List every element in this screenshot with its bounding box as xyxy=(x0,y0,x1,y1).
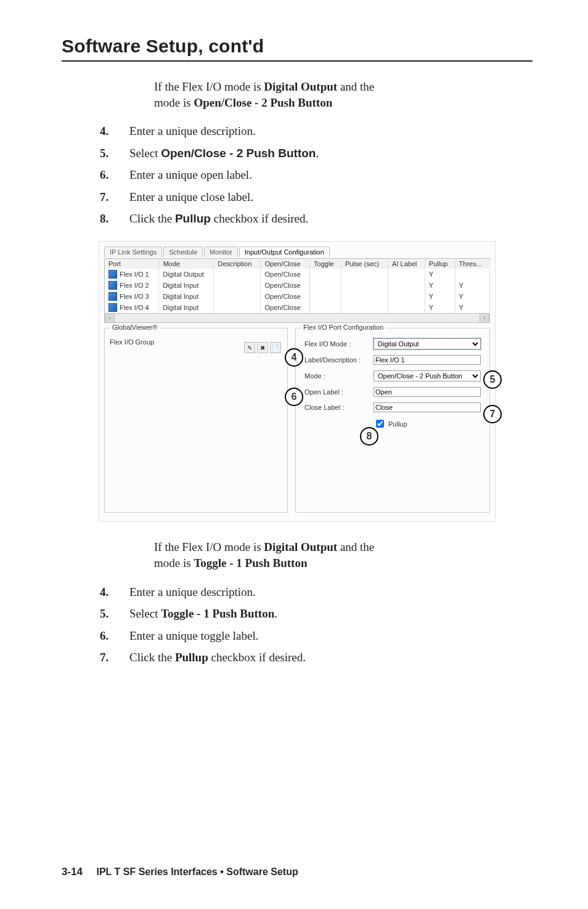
open-label-input[interactable] xyxy=(374,387,481,397)
footer-text: IPL T SF Series Interfaces • Software Se… xyxy=(96,866,298,877)
step-b7-text: Click the Pullup checkbox if desired. xyxy=(129,648,533,666)
port-name: Flex I/O 3 xyxy=(120,293,149,300)
cell-oc: Open/Close xyxy=(261,280,310,291)
port-icon xyxy=(108,292,117,301)
step-b4-number: 4. xyxy=(62,583,129,601)
col-mode[interactable]: Mode xyxy=(159,259,214,269)
open-label-label: Open Label : xyxy=(304,388,374,396)
gv-tool-icon-3[interactable]: 📄 xyxy=(270,342,281,353)
close-label-input[interactable] xyxy=(374,402,481,412)
cell-thres xyxy=(455,269,489,280)
close-label-label: Close Label : xyxy=(304,404,374,411)
col-toggle[interactable]: Toggle xyxy=(310,259,341,269)
cell-mode: Digital Input xyxy=(159,280,214,291)
callout-6: 6 xyxy=(285,388,303,406)
table-row[interactable]: Flex I/O 3 Digital Input Open/Close Y Y xyxy=(105,291,490,302)
port-config-panel: Flex I/O Port Configuration Flex I/O Mod… xyxy=(295,328,490,513)
col-pullup[interactable]: Pullup xyxy=(425,259,455,269)
mode-label: Mode : xyxy=(304,372,374,380)
cell-mode: Digital Input xyxy=(159,291,214,302)
tab-schedule[interactable]: Schedule xyxy=(163,247,203,257)
tab-io-configuration[interactable]: Input/Output Configuration xyxy=(239,247,330,257)
step-b7-number: 7. xyxy=(62,648,129,666)
table-row[interactable]: Flex I/O 2 Digital Input Open/Close Y Y xyxy=(105,280,490,291)
page-number: 3-14 xyxy=(62,866,83,878)
cell-thres: Y xyxy=(455,280,489,291)
mode-select[interactable]: Open/Close - 2 Push Button xyxy=(374,370,481,381)
cell-thres: Y xyxy=(455,302,489,314)
step-a5-suffix: . xyxy=(316,147,319,160)
table-row[interactable]: Flex I/O 1 Digital Output Open/Close Y xyxy=(105,269,490,280)
port-icon xyxy=(108,281,117,290)
section-title: Software Setup, cont'd xyxy=(62,36,533,57)
col-pulse[interactable]: Pulse (sec) xyxy=(341,259,388,269)
flex-io-mode-label: Flex I/O Mode : xyxy=(304,340,374,348)
pullup-checkbox-label: Pullup xyxy=(388,420,407,428)
steps-list-a: 4. Enter a unique description. 5. Select… xyxy=(62,122,533,227)
step-a5-number: 5. xyxy=(62,144,129,162)
step-b6-number: 6. xyxy=(62,627,129,645)
tab-ip-link-settings[interactable]: IP Link Settings xyxy=(104,247,162,257)
port-name: Flex I/O 1 xyxy=(120,271,149,278)
port-icon xyxy=(108,303,117,312)
horizontal-scrollbar[interactable]: ‹ › xyxy=(104,314,490,323)
intro2-bold-mode: Toggle - 1 Push Button xyxy=(194,556,307,569)
step-b7-prefix: Click the xyxy=(129,651,175,664)
tab-monitor[interactable]: Monitor xyxy=(204,247,238,257)
table-row[interactable]: Flex I/O 4 Digital Input Open/Close Y Y xyxy=(105,302,490,314)
callout-8: 8 xyxy=(360,427,378,446)
intro2-line2-a: mode is xyxy=(154,556,194,569)
step-b5: 5. Select Toggle - 1 Push Button. xyxy=(62,605,533,622)
gv-tool-icon-2[interactable]: ✖ xyxy=(257,342,268,353)
col-description[interactable]: Description xyxy=(214,259,261,269)
col-ai-label[interactable]: AI Label xyxy=(388,259,425,269)
step-b7: 7. Click the Pullup checkbox if desired. xyxy=(62,648,533,666)
step-a8-prefix: Click the xyxy=(129,212,175,225)
step-b5-text: Select Toggle - 1 Push Button. xyxy=(129,605,533,622)
flex-io-mode-select[interactable]: Digital Output xyxy=(374,338,481,349)
cell-oc: Open/Close xyxy=(261,269,310,280)
step-a4-number: 4. xyxy=(62,122,129,140)
cell-mode: Digital Input xyxy=(159,302,214,314)
step-a4: 4. Enter a unique description. xyxy=(62,122,533,140)
cell-pullup: Y xyxy=(425,291,455,302)
intro2-part-c: and the xyxy=(337,540,374,553)
intro1-line2-a: mode is xyxy=(154,96,194,109)
step-b5-number: 5. xyxy=(62,605,129,622)
page-footer: 3-14 IPL T SF Series Interfaces • Softwa… xyxy=(62,866,298,878)
step-a5: 5. Select Open/Close - 2 Push Button. xyxy=(62,144,533,162)
col-port[interactable]: Port xyxy=(105,259,160,269)
col-thres[interactable]: Thres... xyxy=(455,259,489,269)
step-a5-text: Select Open/Close - 2 Push Button. xyxy=(129,144,533,162)
pullup-checkbox[interactable] xyxy=(376,420,384,428)
cell-oc: Open/Close xyxy=(261,291,310,302)
callout-5: 5 xyxy=(483,370,502,389)
config-screenshot: IP Link Settings Schedule Monitor Input/… xyxy=(99,241,496,522)
intro1-part-c: and the xyxy=(337,80,374,93)
intro1-bold-mode: Open/Close - 2 Push Button xyxy=(194,96,332,109)
step-a6-number: 6. xyxy=(62,166,129,184)
ports-table: Port Mode Description Open/Close Toggle … xyxy=(104,258,490,314)
steps-list-b: 4. Enter a unique description. 5. Select… xyxy=(62,583,533,667)
intro2-bold-digital-output: Digital Output xyxy=(264,540,337,553)
port-config-legend: Flex I/O Port Configuration xyxy=(301,324,386,331)
tab-bar: IP Link Settings Schedule Monitor Input/… xyxy=(104,247,490,257)
cell-mode: Digital Output xyxy=(159,269,214,280)
intro-paragraph-1: If the Flex I/O mode is Digital Output a… xyxy=(154,79,514,110)
step-b4-text: Enter a unique description. xyxy=(129,583,533,601)
step-a8-number: 8. xyxy=(62,210,129,227)
step-a8: 8. Click the Pullup checkbox if desired. xyxy=(62,210,533,227)
gv-tool-icon-1[interactable]: ✎ xyxy=(244,342,255,353)
cell-pullup: Y xyxy=(425,269,455,280)
cell-thres: Y xyxy=(455,291,489,302)
col-open-close[interactable]: Open/Close xyxy=(261,259,310,269)
section-rule xyxy=(62,60,533,62)
scroll-left-icon[interactable]: ‹ xyxy=(105,314,115,322)
port-icon xyxy=(108,270,117,279)
cell-oc: Open/Close xyxy=(261,302,310,314)
scroll-right-icon[interactable]: › xyxy=(480,314,489,322)
step-a8-bold: Pullup xyxy=(175,212,211,225)
intro1-bold-digital-output: Digital Output xyxy=(264,80,337,93)
label-description-input[interactable] xyxy=(374,355,481,365)
step-b5-prefix: Select xyxy=(129,607,161,620)
